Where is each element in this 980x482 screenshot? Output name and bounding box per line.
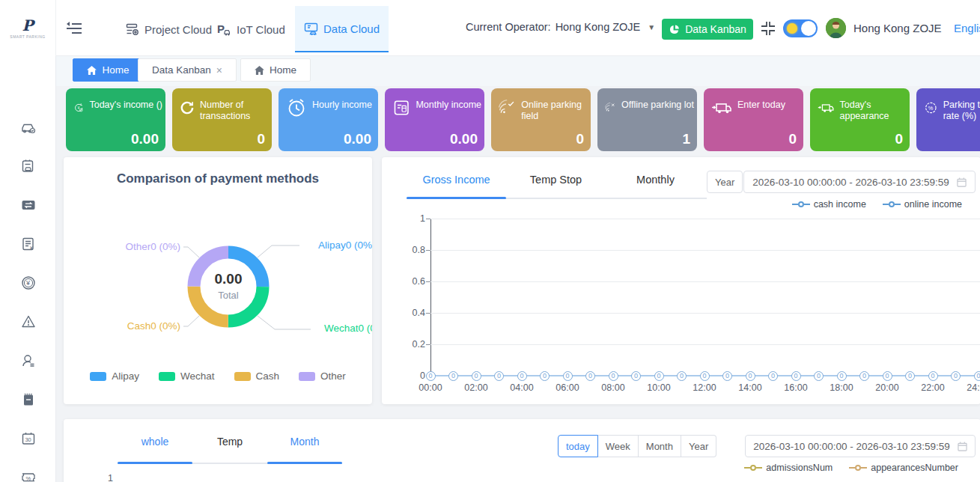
tab-monthly[interactable]: Monthly — [606, 174, 705, 186]
wifi-x-icon — [605, 97, 616, 118]
data-kanban-button[interactable]: Data Kanban — [662, 19, 753, 40]
language-switch-link[interactable]: English — [954, 22, 980, 34]
data-point-marker[interactable]: 0 — [585, 371, 595, 381]
stat-label: Offline parking lot — [621, 97, 694, 111]
data-point-marker[interactable]: 0 — [791, 371, 801, 381]
range-today-button[interactable]: today — [558, 435, 598, 457]
stat-value: 1 — [682, 131, 690, 147]
data-point-marker[interactable]: 0 — [677, 371, 687, 381]
data-point-marker[interactable]: 0 — [768, 371, 778, 381]
data-point-marker[interactable]: 0 — [883, 371, 892, 381]
stat-card-todays-appearance[interactable]: Today's appearance 0 — [810, 88, 910, 151]
notebook-record-icon[interactable] — [21, 392, 36, 407]
theme-toggle-switch[interactable] — [783, 19, 818, 37]
x-tick-label: 18:00 — [825, 382, 858, 393]
income-tabs: Gross Income Temp Stop Monthly — [407, 174, 705, 186]
data-point-marker[interactable]: 0 — [426, 371, 436, 381]
stat-value: 0.00 — [344, 131, 371, 147]
data-point-marker[interactable]: 0 — [448, 371, 458, 381]
svg-text:¥: ¥ — [25, 279, 31, 287]
data-point-marker[interactable]: 0 — [517, 371, 527, 381]
legend-item-appearances[interactable]: appearancesNumber — [849, 463, 958, 473]
stat-card-turnover-rate[interactable]: % Parking turnover rate (%) — [916, 88, 980, 151]
current-operator-dropdown[interactable]: Current Operator: Hong Kong ZOJE ▼ — [466, 21, 655, 33]
card-transfer-icon[interactable] — [21, 198, 36, 213]
legend-item-alipay[interactable]: Alipay — [90, 370, 139, 382]
data-point-marker[interactable]: 0 — [837, 371, 847, 381]
legend-label: Cash — [256, 370, 280, 382]
data-point-marker[interactable]: 0 — [746, 371, 755, 381]
percent-badge-icon: % — [924, 97, 938, 118]
income-date-range-picker[interactable]: 2026-03-10 00:00:00 - 2026-03-10 23:59:5… — [743, 171, 976, 193]
legend-item-cash[interactable]: Cash — [234, 370, 280, 382]
stat-card-monthly-income[interactable]: Monthly income 0.00 — [385, 88, 484, 151]
legend-swatch — [234, 372, 251, 381]
warning-alert-icon[interactable] — [21, 314, 36, 329]
tab-month[interactable]: Month — [267, 436, 342, 448]
app-logo[interactable]: P SMART PARKING — [0, 0, 56, 56]
data-point-marker[interactable]: 0 — [494, 371, 504, 381]
data-point-marker[interactable]: 0 — [951, 371, 961, 381]
data-point-marker[interactable]: 0 — [609, 371, 618, 381]
tab-gross-income[interactable]: Gross Income — [407, 174, 506, 186]
tab-home-active[interactable]: Home — [73, 58, 144, 82]
flow-tabs: whole Temp Month — [118, 436, 342, 448]
stat-card-transactions[interactable]: Number of transactions 0 — [172, 88, 272, 151]
tab-label: Home — [270, 64, 296, 76]
tab-temp-stop[interactable]: Temp Stop — [506, 174, 606, 186]
user-audit-icon[interactable] — [21, 353, 36, 368]
stat-card-offline-parking[interactable]: Offline parking lot 1 — [597, 88, 697, 151]
invoice-yen-icon[interactable]: ¥ — [21, 237, 36, 251]
legend-item-admissions[interactable]: admissionsNum — [744, 463, 833, 473]
x-tick-label: 04:00 — [505, 382, 538, 393]
car-shield-icon[interactable] — [21, 120, 36, 135]
collapse-menu-icon[interactable] — [66, 21, 82, 36]
tab-home[interactable]: Home — [240, 58, 311, 82]
legend-item-online-income[interactable]: online income — [883, 199, 962, 210]
range-year-button[interactable]: Year — [681, 435, 716, 457]
user-avatar[interactable] — [826, 18, 846, 38]
data-point-marker[interactable]: 0 — [905, 371, 915, 381]
tab-temp[interactable]: Temp — [192, 436, 267, 448]
stat-card-enter-today[interactable]: Enter today 0 — [704, 88, 803, 151]
coupon-ticket-icon[interactable]: % — [21, 470, 36, 482]
data-point-marker[interactable]: 0 — [928, 371, 938, 381]
data-point-marker[interactable]: 0 — [654, 371, 664, 381]
stat-card-todays-income[interactable]: ¥ Today's income () 0.00 — [66, 88, 165, 151]
tab-data-kanban[interactable]: Data Kanban × — [138, 58, 237, 82]
stat-card-hourly-income[interactable]: Hourly income 0.00 — [279, 88, 378, 151]
range-month-button[interactable]: Month — [639, 435, 681, 457]
close-icon[interactable]: × — [216, 64, 222, 76]
data-point-marker[interactable]: 0 — [472, 371, 481, 381]
data-point-marker[interactable]: 0 — [722, 371, 732, 381]
legend-label: online income — [904, 199, 962, 210]
monthly-doc-icon — [392, 97, 410, 118]
stat-card-online-parking[interactable]: Online parking field 0 — [491, 88, 591, 151]
stat-label: Today's appearance — [839, 97, 907, 122]
legend-item-cash-income[interactable]: cash income — [792, 199, 866, 210]
exit-fullscreen-icon[interactable] — [761, 21, 776, 36]
nav-project-cloud[interactable]: Project Cloud — [117, 6, 221, 52]
calendar-30-icon[interactable]: 30 — [21, 431, 36, 446]
nav-data-cloud[interactable]: Data Cloud — [295, 6, 389, 52]
data-point-marker[interactable]: 0 — [859, 371, 869, 381]
data-point-marker[interactable]: 0 — [563, 371, 573, 381]
data-point-marker[interactable]: 0 — [540, 371, 550, 381]
y-tick-mark — [426, 313, 430, 314]
logo-title: SMART PARKING — [10, 34, 45, 39]
legend-item-wechat[interactable]: Wechat — [159, 370, 215, 382]
year-range-button[interactable]: Year — [707, 171, 743, 193]
data-point-marker[interactable]: 0 — [974, 371, 980, 381]
tab-whole[interactable]: whole — [118, 436, 192, 448]
data-point-marker[interactable]: 0 — [814, 371, 824, 381]
income-chart-panel: Gross Income Temp Stop Monthly Year 2026… — [382, 157, 980, 404]
range-week-button[interactable]: Week — [598, 435, 639, 457]
data-point-marker[interactable]: 0 — [700, 371, 710, 381]
nav-iot-cloud[interactable]: P IoT Cloud — [208, 6, 294, 52]
parking-order-icon[interactable] — [21, 159, 36, 174]
legend-item-other[interactable]: Other — [299, 370, 346, 382]
coin-yen-icon[interactable]: ¥ — [21, 275, 36, 290]
nav-label: Data Cloud — [323, 22, 380, 35]
data-point-marker[interactable]: 0 — [631, 371, 641, 381]
flow-date-range-picker[interactable]: 2026-03-10 00:00:00 - 2026-03-10 23:59:5… — [745, 435, 976, 457]
